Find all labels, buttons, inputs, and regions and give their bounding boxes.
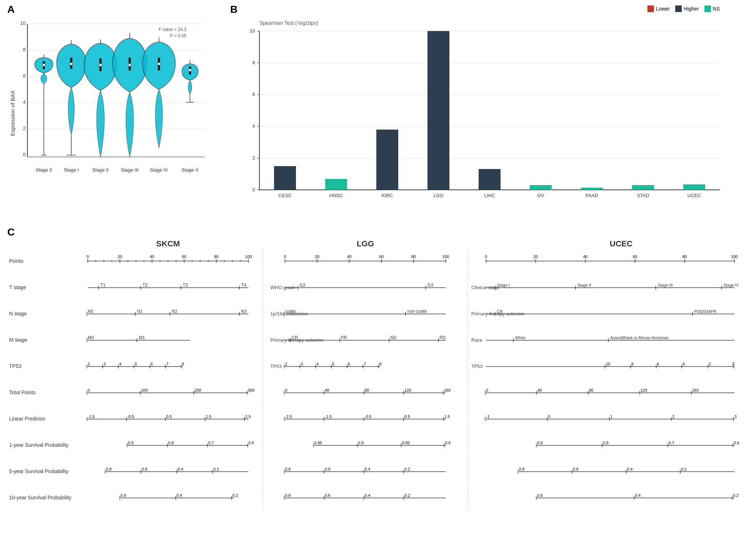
bar-paad [581, 188, 603, 190]
violin-stage1: Stage I [57, 40, 86, 173]
svg-text:80: 80 [683, 254, 687, 259]
svg-text:0.8: 0.8 [285, 493, 290, 498]
svg-text:Stage IV: Stage IV [723, 283, 739, 287]
svg-text:0.2: 0.2 [232, 493, 238, 498]
violin-stageX: Stage X [182, 60, 199, 173]
svg-text:0.6: 0.6 [142, 467, 147, 471]
svg-text:PD&SD&PR: PD&SD&PR [694, 309, 716, 314]
svg-text:40: 40 [325, 388, 329, 392]
svg-text:40: 40 [537, 388, 542, 392]
svg-text:0: 0 [252, 187, 255, 192]
svg-text:HNSC: HNSC [330, 193, 343, 198]
svg-text:0.8: 0.8 [519, 467, 524, 471]
svg-text:100: 100 [442, 254, 449, 259]
svg-text:0.8: 0.8 [445, 441, 450, 445]
svg-text:TP53: TP53 [9, 363, 22, 369]
svg-text:8: 8 [23, 47, 26, 52]
svg-text:10-year Survival Probability: 10-year Survival Probability [9, 495, 71, 500]
svg-text:1: 1 [610, 414, 612, 419]
svg-text:0.4: 0.4 [635, 493, 640, 498]
violin-plot: Expression of BAX 10 8 6 4 2 0 F valve =… [7, 4, 212, 215]
svg-text:F valve = 24.3: F valve = 24.3 [159, 27, 186, 32]
svg-text:60: 60 [633, 254, 637, 259]
svg-text:PR: PR [341, 335, 347, 340]
svg-text:PAAD: PAAD [586, 193, 598, 198]
svg-text:G2: G2 [300, 283, 305, 288]
svg-text:0.2: 0.2 [404, 467, 410, 471]
svg-text:N2: N2 [172, 309, 178, 314]
panel-a: Expression of BAX 10 8 6 4 2 0 F valve =… [7, 4, 212, 215]
svg-text:N3: N3 [241, 309, 247, 314]
svg-text:0.6: 0.6 [248, 441, 254, 445]
svg-text:non-codel: non-codel [407, 309, 427, 314]
svg-text:6: 6 [348, 362, 350, 366]
svg-text:1p/19q codeletion: 1p/19q codeletion [270, 311, 308, 317]
svg-text:0.6: 0.6 [734, 441, 739, 445]
svg-text:1-year Survival Probability: 1-year Survival Probability [9, 442, 69, 448]
svg-text:PD: PD [440, 335, 446, 340]
svg-text:100: 100 [245, 254, 252, 259]
svg-text:8: 8 [379, 362, 381, 366]
svg-text:6: 6 [23, 73, 26, 78]
svg-text:2: 2 [672, 414, 674, 419]
svg-text:100: 100 [731, 254, 738, 259]
svg-text:4: 4 [23, 99, 26, 105]
svg-text:3: 3 [301, 362, 303, 366]
violin-stage4: Stage IV [142, 37, 175, 173]
svg-text:UCEC: UCEC [688, 193, 701, 198]
svg-text:80: 80 [589, 388, 593, 392]
svg-point-38 [157, 62, 160, 65]
svg-text:0.2: 0.2 [733, 493, 738, 498]
bar-lgg [427, 31, 449, 190]
svg-text:4: 4 [119, 362, 121, 366]
violin-stage2: Stage II [84, 39, 117, 173]
svg-point-34 [128, 64, 131, 66]
svg-text:Stage II: Stage II [92, 167, 109, 173]
svg-text:0: 0 [485, 254, 487, 259]
svg-text:40: 40 [347, 254, 351, 259]
svg-text:N stage: N stage [9, 311, 27, 317]
svg-text:Points: Points [9, 258, 23, 264]
svg-text:4: 4 [252, 123, 255, 129]
svg-text:8: 8 [182, 362, 184, 366]
svg-text:6: 6 [252, 92, 255, 97]
svg-text:80: 80 [411, 254, 416, 259]
svg-text:60: 60 [379, 254, 384, 259]
svg-point-24 [70, 62, 73, 65]
svg-text:0: 0 [284, 254, 286, 259]
svg-text:0.4: 0.4 [176, 493, 182, 498]
svg-point-18 [42, 64, 45, 66]
svg-text:0.95: 0.95 [314, 441, 322, 445]
svg-text:Expression of BAX: Expression of BAX [9, 90, 16, 136]
svg-text:Stage III: Stage III [121, 167, 138, 173]
svg-point-42 [189, 69, 191, 72]
svg-text:7: 7 [166, 362, 168, 366]
svg-text:-1.5: -1.5 [325, 414, 332, 419]
svg-text:8: 8 [631, 362, 634, 366]
svg-text:60: 60 [182, 254, 186, 259]
svg-text:3: 3 [103, 362, 106, 366]
svg-text:2: 2 [88, 362, 90, 366]
bar-lihc [479, 169, 501, 190]
svg-text:T stage: T stage [9, 284, 26, 290]
svg-text:0.2: 0.2 [681, 467, 687, 471]
svg-text:T2: T2 [142, 283, 148, 288]
svg-text:120: 120 [640, 388, 647, 392]
svg-text:0.9: 0.9 [358, 441, 364, 445]
svg-text:M stage: M stage [9, 337, 27, 343]
svg-text:0.9: 0.9 [128, 441, 133, 445]
svg-text:Total Points: Total Points [9, 390, 35, 395]
svg-text:White: White [515, 335, 525, 340]
bar-kirc [376, 130, 398, 190]
svg-text:Linear Predictor: Linear Predictor [9, 416, 45, 422]
svg-text:Race: Race [471, 337, 482, 343]
svg-text:0.85: 0.85 [402, 441, 410, 445]
svg-text:6: 6 [657, 362, 659, 366]
svg-text:-1: -1 [486, 414, 490, 419]
svg-text:Stage 0: Stage 0 [36, 167, 52, 173]
svg-text:0.4: 0.4 [178, 467, 183, 471]
svg-text:0.8: 0.8 [285, 467, 290, 471]
svg-text:1.5: 1.5 [444, 414, 450, 419]
bar-stad [632, 185, 654, 190]
svg-text:0: 0 [486, 388, 488, 392]
